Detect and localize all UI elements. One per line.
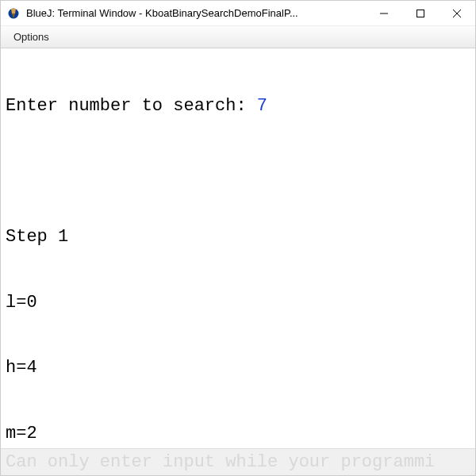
titlebar: BlueJ: Terminal Window - KboatBinarySear… [1, 1, 475, 26]
input-hint-text: Can only enter input while your programm… [6, 452, 435, 472]
close-button[interactable] [439, 1, 475, 25]
step1-m: m=2 [6, 423, 470, 445]
bluej-icon [7, 7, 20, 20]
prompt-line: Enter number to search: 7 [6, 95, 470, 117]
prompt-input-value: 7 [257, 96, 267, 116]
step1-header: Step 1 [6, 226, 470, 248]
blank-line [6, 161, 470, 183]
window-title: BlueJ: Terminal Window - KboatBinarySear… [26, 7, 366, 19]
step1-h: h=4 [6, 357, 470, 379]
window-controls [366, 1, 475, 25]
menubar: Options [1, 26, 475, 48]
menu-options[interactable]: Options [7, 29, 56, 44]
terminal-output[interactable]: Enter number to search: 7 Step 1 l=0 h=4… [1, 48, 475, 448]
terminal-window: BlueJ: Terminal Window - KboatBinarySear… [0, 0, 476, 476]
prompt-label: Enter number to search: [6, 96, 257, 116]
maximize-button[interactable] [402, 1, 439, 25]
step1-l: l=0 [6, 292, 470, 314]
svg-rect-2 [417, 10, 424, 17]
minimize-button[interactable] [366, 1, 402, 25]
input-hint-bar[interactable]: Can only enter input while your programm… [1, 448, 475, 475]
